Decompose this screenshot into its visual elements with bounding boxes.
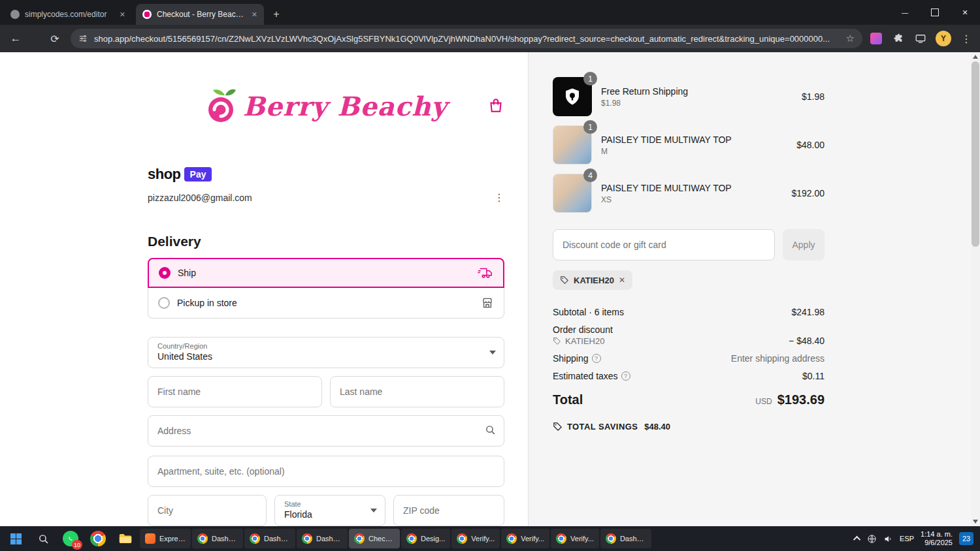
shipping-value: Enter shipping address: [731, 353, 825, 364]
taskbar-app-verify-3[interactable]: Verify...: [551, 529, 599, 548]
tab-close-icon[interactable]: [252, 10, 257, 19]
extension-icon[interactable]: [869, 31, 883, 46]
new-tab-button[interactable]: [268, 6, 285, 23]
chrome-icon: [250, 533, 260, 544]
delivery-option-pickup[interactable]: Pickup in store: [148, 288, 504, 319]
taskbar-app-verify-1[interactable]: Verify...: [451, 529, 500, 548]
subtotal-row: Subtotal · 6 items $241.98: [553, 307, 825, 317]
notification-count-badge[interactable]: 23: [959, 532, 973, 545]
taskbar-clock[interactable]: 1:14 a. m. 9/6/2025: [921, 530, 953, 547]
store-logo[interactable]: Berry Beachy: [205, 86, 447, 125]
url-text[interactable]: shop.app/checkout/5156569157/cn/Z2NwLXVz…: [94, 34, 840, 44]
taskbar-app-dashboard-1[interactable]: Dashb...: [192, 529, 243, 548]
state-label: State: [284, 500, 376, 508]
last-name-input[interactable]: [330, 376, 504, 407]
volume-icon[interactable]: [883, 534, 893, 544]
delivery-method-group: Ship Pickup in store: [148, 258, 504, 319]
tab-close-icon[interactable]: [120, 10, 125, 19]
taskbar-app-dashboard-2[interactable]: Dashb...: [244, 529, 295, 548]
whatsapp-badge: 10: [72, 540, 82, 550]
date: 9/6/2025: [921, 539, 953, 547]
discount-code-input[interactable]: [553, 229, 775, 260]
apartment-input[interactable]: [148, 456, 504, 487]
item-variant: M: [601, 147, 732, 156]
cart-item: 1 PAISLEY TIDE MULTIWAY TOP M $48.00: [553, 125, 825, 165]
city-input[interactable]: [148, 495, 267, 526]
browser-toolbar: shop.app/checkout/5156569157/cn/Z2NwLXVz…: [0, 25, 980, 52]
maximize-button[interactable]: [920, 0, 950, 25]
chevron-down-icon: [489, 351, 496, 354]
file-explorer-button[interactable]: [112, 526, 139, 551]
item-title: Free Return Shipping: [601, 86, 688, 97]
taxes-row: Estimated taxes $0.11: [553, 371, 825, 381]
taskbar-app-dashboard-4[interactable]: Dashb...: [600, 529, 651, 548]
first-name-input[interactable]: [148, 376, 322, 407]
taskbar-search-button[interactable]: [30, 526, 56, 551]
item-price: $192.00: [791, 188, 825, 198]
site-settings-icon[interactable]: [78, 34, 88, 43]
shield-icon: [563, 87, 582, 106]
minimize-button[interactable]: [890, 0, 920, 25]
close-window-button[interactable]: [950, 0, 980, 25]
network-icon[interactable]: [867, 534, 877, 544]
tab-checkout[interactable]: Checkout - Berry Beachy Swim...: [136, 4, 264, 25]
scroll-up-arrow[interactable]: [971, 52, 980, 61]
search-icon: [485, 424, 496, 438]
country-value: United States: [157, 351, 495, 362]
scroll-down-arrow[interactable]: [971, 517, 980, 526]
zip-input[interactable]: [393, 495, 504, 526]
back-button[interactable]: [7, 29, 25, 48]
cart-icon[interactable]: [487, 97, 504, 118]
address-bar[interactable]: shop.app/checkout/5156569157/cn/Z2NwLXVz…: [71, 29, 862, 48]
browser-menu-icon[interactable]: [959, 31, 973, 46]
profile-avatar[interactable]: Y: [936, 31, 951, 46]
language-indicator[interactable]: ESP: [900, 535, 914, 543]
taskbar-app-checkout[interactable]: Check...: [349, 529, 400, 548]
scrollbar-thumb[interactable]: [972, 61, 979, 247]
taskbar-app-design[interactable]: Desig...: [401, 529, 450, 548]
whatsapp-button[interactable]: 10: [57, 526, 84, 551]
state-select[interactable]: State Florida: [274, 495, 385, 526]
start-button[interactable]: [3, 526, 29, 551]
country-label: Country/Region: [157, 342, 495, 350]
country-select[interactable]: Country/Region United States: [148, 337, 504, 368]
info-icon[interactable]: [592, 354, 601, 363]
cart-item: 4 PAISLEY TIDE MULTIWAY TOP XS $192.00: [553, 174, 825, 213]
taskbar-app-dashboard-3[interactable]: Dashb...: [297, 529, 348, 548]
checkout-main: Berry Beachy shop Pay pizzazul2006@gmail…: [0, 52, 528, 526]
chrome-icon: [606, 533, 616, 544]
address-input[interactable]: [148, 415, 504, 447]
tag-icon: [553, 337, 561, 345]
shipping-label: Shipping: [553, 353, 589, 364]
item-price: $1.98: [802, 91, 825, 102]
totals-section: Subtotal · 6 items $241.98 Order discoun…: [553, 307, 825, 432]
taskbar-app-verify-2[interactable]: Verify...: [501, 529, 549, 548]
bookmark-star-icon[interactable]: [846, 33, 855, 44]
shipping-row: Shipping Enter shipping address: [553, 353, 825, 364]
email-options-icon[interactable]: [494, 191, 504, 204]
tray-expand-icon[interactable]: [853, 536, 860, 543]
item-price: $48.00: [796, 140, 825, 150]
tab-favicon: [142, 10, 152, 19]
remove-discount-icon[interactable]: [619, 276, 625, 285]
taskbar-app-express[interactable]: Expres...: [140, 529, 191, 548]
info-icon[interactable]: [621, 371, 630, 381]
extensions-puzzle-icon[interactable]: [891, 31, 906, 46]
delivery-option-ship[interactable]: Ship: [148, 258, 504, 288]
item-variant: XS: [601, 195, 732, 204]
page-content: Berry Beachy shop Pay pizzazul2006@gmail…: [0, 52, 980, 526]
apply-button[interactable]: Apply: [783, 229, 825, 260]
taxes-label: Estimated taxes: [553, 371, 618, 381]
chrome-button[interactable]: [85, 526, 111, 551]
tab-simplycodes[interactable]: simplycodes.com/editor: [4, 4, 132, 25]
savings-row: TOTAL SAVINGS $48.40: [553, 422, 825, 432]
currency-code: USD: [755, 397, 772, 406]
radio-pickup[interactable]: [158, 297, 170, 309]
reload-button[interactable]: [46, 29, 64, 48]
shop-pay-badge: Pay: [184, 167, 212, 181]
cast-icon[interactable]: [913, 31, 928, 46]
tag-icon: [560, 276, 569, 285]
page-scrollbar[interactable]: [971, 52, 980, 526]
radio-ship[interactable]: [159, 267, 171, 279]
screen: simplycodes.com/editor Checkout - Berry …: [0, 0, 980, 551]
